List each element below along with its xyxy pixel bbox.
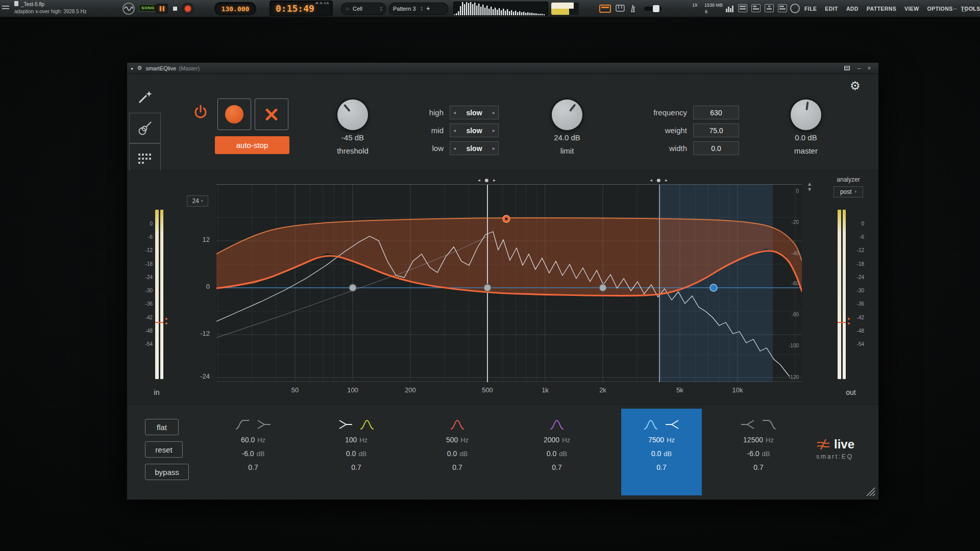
master-knob[interactable] bbox=[791, 99, 821, 130]
crossover-handle-low[interactable]: ◂ ● ▸ bbox=[478, 178, 497, 183]
prev-icon[interactable]: ◂ bbox=[453, 110, 456, 115]
stop-button[interactable] bbox=[170, 5, 180, 13]
tab-profile[interactable] bbox=[129, 82, 161, 112]
prev-icon[interactable]: ◂ bbox=[453, 145, 456, 151]
freq-tick: 10k bbox=[732, 386, 743, 394]
midi-icon[interactable] bbox=[616, 4, 625, 14]
eq-node[interactable] bbox=[349, 284, 356, 291]
eq-band-6[interactable]: 12500Hz -6.0dB 0.7 bbox=[718, 409, 799, 495]
plugin-minimize-button[interactable]: – bbox=[854, 65, 864, 72]
speed-mid-value: slow bbox=[466, 127, 482, 135]
record-button[interactable] bbox=[182, 3, 194, 15]
next-icon[interactable]: ▸ bbox=[493, 128, 495, 133]
eq-node[interactable] bbox=[710, 284, 717, 291]
plugin-close-button[interactable]: × bbox=[864, 65, 874, 72]
highpass-icon[interactable] bbox=[235, 418, 250, 431]
eq-band-2[interactable]: 100Hz 0.0dB 0.7 bbox=[316, 409, 397, 495]
speed-high-selector[interactable]: ◂ slow ▸ bbox=[450, 106, 499, 119]
main-visualizer[interactable] bbox=[453, 2, 548, 16]
oscilloscope-icon[interactable] bbox=[122, 3, 135, 15]
typing-keyboard-icon[interactable] bbox=[599, 5, 611, 13]
reset-button[interactable]: reset bbox=[145, 441, 183, 458]
piano-roll-icon[interactable] bbox=[751, 4, 761, 12]
time-display[interactable]: M:S:CS 0:15:49 bbox=[270, 1, 333, 16]
crossover-handle-high[interactable]: ◂ ● ▸ bbox=[650, 178, 669, 183]
eq-node[interactable] bbox=[484, 284, 491, 291]
logo-live-text: live bbox=[834, 437, 854, 452]
analyzer-db-tick: -100 bbox=[759, 343, 799, 348]
file-info-panel[interactable]: _Test-5.flp adaption x-over high: 3928.5… bbox=[14, 1, 119, 16]
learning-power-button[interactable] bbox=[193, 105, 208, 121]
master-volume-slider[interactable] bbox=[644, 7, 662, 11]
next-icon[interactable]: ▸ bbox=[493, 145, 495, 151]
eq-band-5-selected[interactable]: 7500Hz 0.0dB 0.7 bbox=[621, 409, 702, 495]
metronome-icon[interactable] bbox=[629, 4, 637, 15]
menu-add[interactable]: ADD bbox=[846, 6, 859, 12]
add-pattern-button[interactable]: + bbox=[426, 5, 430, 12]
tempo-display[interactable]: 130.000 bbox=[214, 2, 256, 15]
threshold-knob[interactable] bbox=[337, 99, 368, 130]
band-q: 0.7 bbox=[248, 463, 258, 471]
close-button[interactable]: × bbox=[969, 5, 978, 12]
crossover-right-icon[interactable] bbox=[338, 418, 353, 431]
maximize-button[interactable]: □ bbox=[960, 5, 969, 12]
crossover-left-icon[interactable] bbox=[665, 418, 680, 431]
sync-icon[interactable] bbox=[790, 4, 800, 13]
crossover-left-icon[interactable] bbox=[740, 418, 755, 431]
crossover-right-icon[interactable] bbox=[256, 418, 272, 431]
speed-low-selector[interactable]: ◂ slow ▸ bbox=[450, 141, 499, 155]
resize-handle[interactable] bbox=[866, 487, 876, 497]
flat-button[interactable]: flat bbox=[145, 419, 179, 435]
cell-selector[interactable]: Cell ▴▾ bbox=[341, 3, 386, 15]
lowpass-icon[interactable] bbox=[762, 418, 777, 431]
master-label: master bbox=[775, 144, 837, 158]
playlist-icon[interactable] bbox=[738, 4, 747, 12]
eq-node[interactable] bbox=[599, 284, 606, 291]
menu-edit[interactable]: EDIT bbox=[825, 6, 838, 12]
width-field[interactable]: 0.0 bbox=[693, 141, 739, 155]
detailed-settings-icon[interactable] bbox=[844, 66, 850, 70]
collapse-icon[interactable]: ▸ bbox=[131, 66, 134, 71]
plugin-titlebar[interactable]: ▸ ⚙ smartEQlive (Master) – × bbox=[127, 63, 878, 74]
bell-icon[interactable] bbox=[359, 418, 375, 431]
song-mode-button[interactable]: SONG bbox=[139, 4, 157, 12]
browser-icon[interactable] bbox=[778, 4, 787, 12]
eq-band-4[interactable]: 2000Hz 0.0dB 0.7 bbox=[517, 409, 597, 495]
eq-plot-area[interactable]: ◂ ● ▸ ◂ ● ▸ bbox=[216, 184, 802, 382]
bell-icon[interactable] bbox=[450, 418, 465, 431]
menu-view[interactable]: VIEW bbox=[904, 6, 919, 12]
limit-knob[interactable] bbox=[552, 99, 582, 130]
scale-adjust-buttons[interactable]: ▲▼ bbox=[806, 181, 813, 192]
settings-gear-icon[interactable]: ⚙ bbox=[850, 79, 861, 92]
mixer-icon[interactable] bbox=[765, 4, 774, 12]
menu-options[interactable]: OPTIONS bbox=[927, 6, 953, 12]
prev-icon[interactable]: ◂ bbox=[453, 128, 456, 133]
speed-mid-selector[interactable]: ◂ slow ▸ bbox=[450, 123, 499, 137]
discard-profile-button[interactable] bbox=[255, 98, 288, 130]
pause-button[interactable] bbox=[156, 4, 168, 14]
tab-grouping[interactable] bbox=[129, 143, 161, 174]
menu-file[interactable]: FILE bbox=[804, 6, 817, 12]
time-units-label: M:S:CS bbox=[315, 2, 329, 5]
record-profile-button[interactable] bbox=[217, 98, 251, 130]
bell-icon[interactable] bbox=[549, 418, 565, 431]
frequency-label: frequency bbox=[610, 108, 687, 117]
eq-plot-svg[interactable] bbox=[216, 185, 802, 382]
menu-patterns[interactable]: PATTERNS bbox=[867, 6, 896, 12]
main-menu-icon[interactable] bbox=[2, 4, 12, 13]
cell-spinner[interactable]: ▴▾ bbox=[380, 6, 382, 11]
bypass-button[interactable]: bypass bbox=[145, 464, 189, 480]
frequency-field[interactable]: 630 bbox=[693, 106, 739, 119]
next-icon[interactable]: ▸ bbox=[493, 110, 495, 115]
band-gain: 0.0 bbox=[547, 449, 556, 458]
pattern-selector[interactable]: Pattern 3 ▴▾ + bbox=[389, 3, 448, 15]
slope-selector[interactable]: 24 ▾ bbox=[187, 195, 208, 207]
auto-stop-button[interactable]: auto-stop bbox=[215, 136, 289, 154]
minimize-button[interactable]: – bbox=[950, 5, 960, 12]
bell-icon[interactable] bbox=[643, 418, 658, 431]
weight-field[interactable]: 75.0 bbox=[693, 123, 739, 137]
tab-instrument[interactable] bbox=[129, 113, 161, 143]
pattern-spinner[interactable]: ▴▾ bbox=[421, 6, 423, 11]
eq-band-1[interactable]: 60.0Hz -6.0dB 0.7 bbox=[213, 409, 293, 495]
eq-band-3[interactable]: 500Hz 0.0dB 0.7 bbox=[417, 409, 498, 495]
